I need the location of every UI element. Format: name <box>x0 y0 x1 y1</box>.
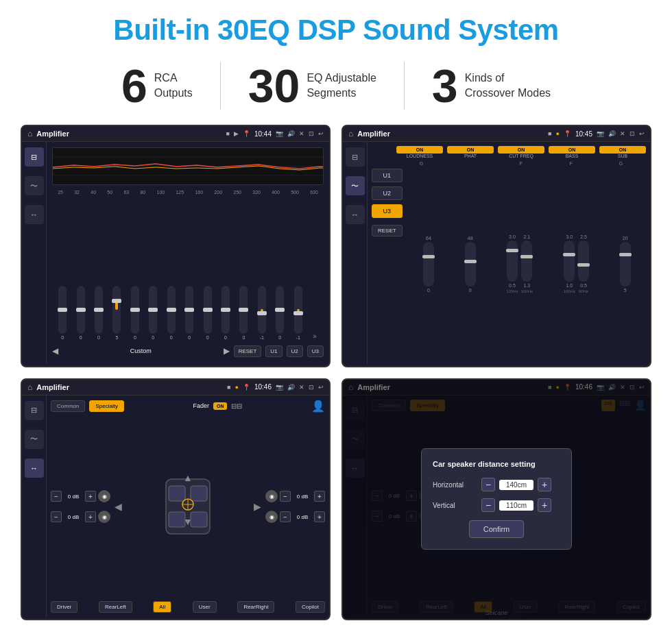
slider-track-9[interactable] <box>204 286 212 334</box>
nav-down-arrow[interactable]: ▼ <box>183 516 193 527</box>
fader-home-icon[interactable]: ⌂ <box>27 382 32 392</box>
fader-back-icon[interactable]: ↩ <box>318 384 324 391</box>
fl-minus-btn[interactable]: − <box>51 491 62 502</box>
horizontal-plus-btn[interactable]: + <box>538 478 551 491</box>
fader-profile-icon[interactable]: 👤 <box>311 400 325 413</box>
crossover-tab-speaker[interactable]: ↔ <box>346 205 365 224</box>
fr-plus-btn[interactable]: + <box>314 491 325 502</box>
bass-slider-1[interactable] <box>564 241 575 282</box>
slider-track-8[interactable] <box>185 286 193 334</box>
bass-thumb-2[interactable] <box>577 263 590 267</box>
slider-thumb-9[interactable] <box>203 308 213 312</box>
crossover-reset-btn[interactable]: RESET <box>372 225 403 236</box>
vertical-plus-btn[interactable]: + <box>538 498 551 512</box>
eq-u3-btn[interactable]: U3 <box>307 345 324 357</box>
fader-volume-icon[interactable]: 🔊 <box>287 384 295 391</box>
eq-volume-icon[interactable]: 🔊 <box>287 130 295 137</box>
slider-thumb-4[interactable] <box>112 299 121 303</box>
slider-thumb-6[interactable] <box>148 308 158 312</box>
eq-u2-btn[interactable]: U2 <box>287 345 303 357</box>
slider-thumb-7[interactable] <box>167 308 176 312</box>
fader-toggle[interactable]: ON <box>213 402 228 410</box>
eq-reset-btn[interactable]: RESET <box>234 345 262 357</box>
slider-track-1[interactable] <box>58 286 67 334</box>
fader-camera-icon[interactable]: 📷 <box>276 384 283 391</box>
loudness-slider[interactable] <box>423 242 434 286</box>
u2-btn[interactable]: U2 <box>372 186 403 200</box>
slider-thumb-14[interactable] <box>293 311 303 315</box>
slider-track-14[interactable] <box>294 286 302 334</box>
crossover-back-icon[interactable]: ↩ <box>639 130 645 137</box>
eq-u1-btn[interactable]: U1 <box>265 345 282 357</box>
fader-tab-speaker[interactable]: ↔ <box>25 459 44 478</box>
nav-left-arrow[interactable]: ◀ <box>115 501 122 512</box>
rr-plus-btn[interactable]: + <box>314 511 325 522</box>
eq-back-icon[interactable]: ↩ <box>318 130 324 137</box>
crossover-home-icon[interactable]: ⌂ <box>348 129 353 138</box>
sub-thumb[interactable] <box>619 253 632 256</box>
slider-track-13[interactable] <box>276 286 284 334</box>
slider-track-5[interactable] <box>131 286 139 334</box>
fader-specialty-tab[interactable]: Specialty <box>89 400 123 412</box>
eq-prev-btn[interactable]: ◀ <box>52 346 58 356</box>
rearleft-btn[interactable]: RearLeft <box>99 601 132 613</box>
nav-right-arrow[interactable]: ▶ <box>254 501 261 512</box>
cutfreq-slider-1[interactable] <box>507 241 518 282</box>
rl-plus-btn[interactable]: + <box>85 511 96 522</box>
phat-thumb[interactable] <box>464 260 477 263</box>
slider-track-7[interactable] <box>167 286 176 334</box>
u3-btn[interactable]: U3 <box>372 204 403 218</box>
rearright-btn[interactable]: RearRight <box>237 601 274 613</box>
eq-minimize-icon[interactable]: ⊡ <box>309 130 314 137</box>
fader-close-icon[interactable]: ✕ <box>299 384 304 391</box>
slider-track-3[interactable] <box>95 286 103 334</box>
u1-btn[interactable]: U1 <box>372 169 403 182</box>
rl-minus-btn[interactable]: − <box>51 511 62 522</box>
slider-thumb-10[interactable] <box>221 308 230 312</box>
cutfreq-thumb-2[interactable] <box>520 255 533 258</box>
bass-slider-2[interactable] <box>578 241 589 282</box>
phat-slider[interactable] <box>465 242 476 286</box>
slider-track-11[interactable] <box>239 286 248 334</box>
home-icon[interactable]: ⌂ <box>27 129 32 138</box>
confirm-button[interactable]: Confirm <box>469 520 525 538</box>
bass-toggle[interactable]: ON <box>549 146 595 154</box>
slider-thumb-12[interactable] <box>257 311 267 315</box>
slider-track-4[interactable] <box>112 286 121 334</box>
horizontal-minus-btn[interactable]: − <box>481 478 495 491</box>
crossover-tab-wave[interactable]: 〜 <box>346 176 365 195</box>
eq-expand-icon[interactable]: » <box>309 332 321 340</box>
sub-slider[interactable] <box>620 242 631 286</box>
loudness-toggle[interactable]: ON <box>396 146 443 154</box>
fader-grid-icon[interactable]: ⊟⊟ <box>231 402 242 410</box>
crossover-tab-sliders[interactable]: ⊟ <box>346 147 365 167</box>
fader-minimize-icon[interactable]: ⊡ <box>309 384 314 391</box>
all-btn[interactable]: All <box>153 601 171 613</box>
fader-tab-sliders[interactable]: ⊟ <box>25 401 44 420</box>
fader-common-tab[interactable]: Common <box>51 400 85 412</box>
slider-thumb-2[interactable] <box>76 308 86 312</box>
slider-thumb-11[interactable] <box>239 308 248 312</box>
eq-tab-sliders[interactable]: ⊟ <box>25 147 44 167</box>
nav-up-arrow[interactable]: ▲ <box>183 472 193 483</box>
eq-tab-speaker[interactable]: ↔ <box>25 205 44 224</box>
sub-toggle[interactable]: ON <box>599 146 646 154</box>
cutfreq-slider-2[interactable] <box>521 241 532 282</box>
fader-tab-wave[interactable]: 〜 <box>25 430 44 449</box>
copilot-btn[interactable]: Copilot <box>296 601 325 613</box>
fl-plus-btn[interactable]: + <box>85 491 96 502</box>
user-btn[interactable]: User <box>193 601 217 613</box>
crossover-minimize-icon[interactable]: ⊡ <box>629 130 635 137</box>
eq-tab-wave[interactable]: 〜 <box>25 176 44 195</box>
eq-play-icon[interactable]: ▶ <box>234 130 239 137</box>
fr-minus-btn[interactable]: − <box>280 491 291 502</box>
crossover-camera-icon[interactable]: 📷 <box>597 130 604 137</box>
eq-camera-icon[interactable]: 📷 <box>276 130 283 137</box>
crossover-close-icon[interactable]: ✕ <box>620 130 625 137</box>
slider-thumb-1[interactable] <box>58 308 67 312</box>
phat-toggle[interactable]: ON <box>447 146 494 154</box>
slider-track-2[interactable] <box>77 286 85 334</box>
slider-thumb-8[interactable] <box>184 308 194 312</box>
crossover-volume-icon[interactable]: 🔊 <box>608 130 616 137</box>
loudness-thumb[interactable] <box>422 255 435 258</box>
